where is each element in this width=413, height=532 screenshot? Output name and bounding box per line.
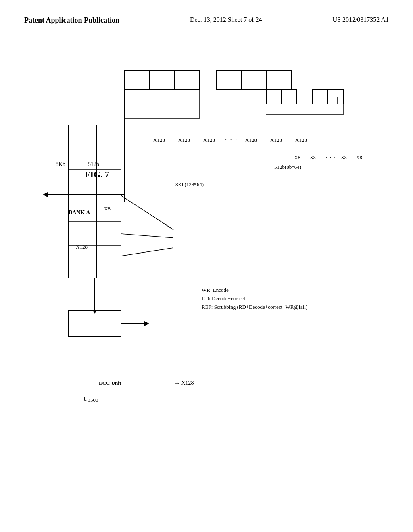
publication-date-sheet: Dec. 13, 2012 Sheet 7 of 24 (190, 16, 262, 23)
x128-cell-3: X128 (203, 137, 215, 143)
publication-number: US 2012/0317352 A1 (332, 16, 389, 23)
diagram-area: BANK A 8Kb 512b X128 X128 X128 · · · X12… (24, 60, 387, 504)
x8-inside-bank: X8 (104, 206, 111, 212)
x128-cell-4: X128 (245, 137, 257, 143)
x128-cell-2: X128 (178, 137, 190, 143)
x128-cell-1: X128 (153, 137, 165, 143)
ecc-unit-label: ECC Unit (99, 380, 121, 387)
publication-title: Patent Application Publication (24, 16, 119, 25)
size-8kb-label: 8Kb (56, 161, 65, 168)
x8-dots: · · · (326, 154, 336, 161)
x128-cell-5: X128 (270, 137, 282, 143)
wr-label: WR: Encode (202, 287, 229, 293)
ecc-number-label: └ 3500 (83, 397, 98, 403)
size-512b-label: 512b (88, 161, 99, 168)
x128-output-label: → X128 (174, 380, 194, 387)
x8-cell-1: X8 (294, 155, 300, 161)
label-8kb-group: 8Kb(128*64) (175, 181, 204, 188)
x8-cell-2: X8 (310, 155, 316, 161)
x8-cell-4: X8 (356, 155, 362, 161)
label-512b-group: 512b(8b*64) (274, 164, 301, 170)
x128-cell-6: X128 (295, 137, 307, 143)
ref-label: REF: Scrubbing (RD+Decode+correct+WR@fai… (202, 304, 307, 310)
x128-inside-bank: X128 (76, 244, 88, 250)
bank-a-label: BANK A (69, 210, 90, 216)
x128-dots: · · · (225, 136, 238, 144)
rd-label: RD: Decode+correct (202, 295, 245, 302)
x8-cell-3: X8 (341, 155, 347, 161)
